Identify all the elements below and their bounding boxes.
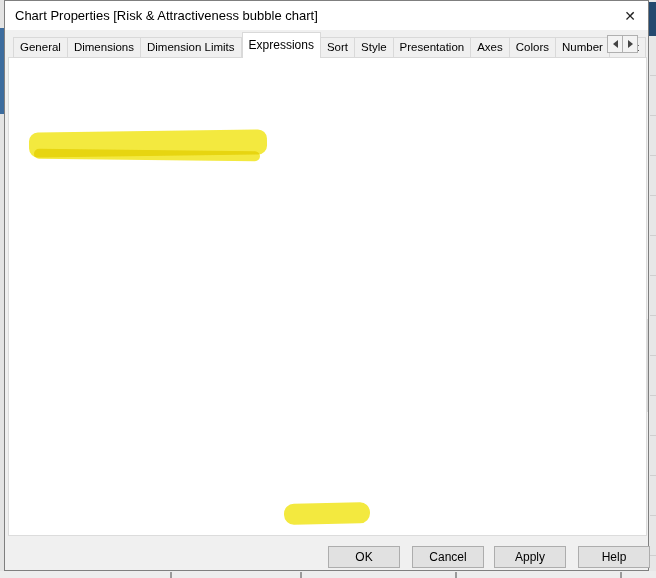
help-button[interactable]: Help (578, 546, 650, 568)
screenshot-root: Chart Properties [Risk & Attractiveness … (0, 0, 656, 578)
tab-dimension-limits[interactable]: Dimension Limits (141, 37, 242, 58)
ok-button[interactable]: OK (328, 546, 400, 568)
tab-sort[interactable]: Sort (321, 37, 355, 58)
background-bottom-strip (0, 571, 656, 578)
tab-scroll-right-icon[interactable] (623, 35, 638, 53)
tab-strip: General Dimensions Dimension Limits Expr… (13, 35, 646, 58)
title-bar: Chart Properties [Risk & Attractiveness … (5, 1, 648, 30)
background-tick (170, 572, 172, 578)
dialog-title: Chart Properties [Risk & Attractiveness … (15, 8, 318, 23)
background-tick (300, 572, 302, 578)
tab-expressions[interactable]: Expressions (242, 32, 321, 58)
expressions-tab-page (8, 57, 647, 536)
apply-button[interactable]: Apply (494, 546, 566, 568)
close-icon[interactable]: ✕ (614, 1, 646, 30)
cancel-button[interactable]: Cancel (412, 546, 484, 568)
tab-colors[interactable]: Colors (510, 37, 556, 58)
tab-number[interactable]: Number (556, 37, 610, 58)
tab-scroll-arrows (607, 35, 638, 53)
tab-presentation[interactable]: Presentation (394, 37, 472, 58)
background-tick (455, 572, 457, 578)
tab-general[interactable]: General (13, 37, 68, 58)
background-tick (620, 572, 622, 578)
background-topright-blue (649, 2, 656, 36)
tab-dimensions[interactable]: Dimensions (68, 37, 141, 58)
tab-scroll-left-icon[interactable] (607, 35, 623, 53)
tab-axes[interactable]: Axes (471, 37, 510, 58)
background-right-strip (650, 36, 656, 571)
tab-style[interactable]: Style (355, 37, 394, 58)
